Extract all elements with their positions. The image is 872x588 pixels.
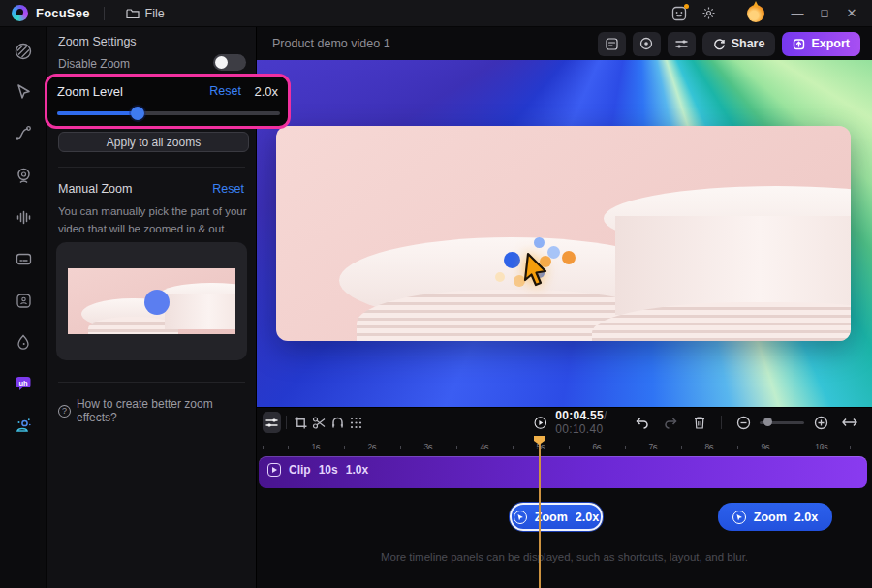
device-frame-icon[interactable]: [13, 290, 34, 311]
apply-to-all-zooms-button[interactable]: Apply to all zooms: [58, 132, 249, 152]
timeline-zoom-out-button[interactable]: [731, 412, 756, 433]
zoom-marker-value: 2.0x: [794, 511, 818, 524]
help-link-label: How to create better zoom effects?: [77, 397, 256, 424]
click-effect-dot: [534, 237, 545, 248]
timeline-adjust-button[interactable]: [263, 412, 281, 433]
focusee-logo-icon: [12, 5, 28, 21]
preview-button[interactable]: [633, 32, 661, 56]
undo-button[interactable]: [629, 412, 654, 433]
background-icon[interactable]: [13, 41, 34, 62]
zoom-level-reset-link[interactable]: Reset: [209, 84, 241, 98]
upgrade-button[interactable]: [744, 4, 767, 23]
titlebar: FocuSee File — ◻ ✕: [0, 0, 872, 27]
color-drop-icon[interactable]: [13, 331, 34, 353]
ruler-label: 3s: [424, 442, 433, 451]
settings-button[interactable]: [697, 4, 720, 23]
redo-button[interactable]: [658, 412, 683, 433]
file-menu[interactable]: File: [118, 4, 172, 23]
cut-button[interactable]: [310, 412, 328, 433]
timeline-panel: 00:04.55/ 00:10.40: [257, 407, 872, 588]
minus-circle-icon: [736, 416, 751, 430]
ruler-ticks: [257, 446, 872, 449]
timeline-zoom-slider[interactable]: [760, 421, 804, 424]
play-button[interactable]: [534, 414, 547, 432]
fit-timeline-button[interactable]: [837, 412, 862, 433]
disable-zoom-toggle[interactable]: [213, 54, 246, 71]
captions-icon[interactable]: [13, 248, 34, 269]
click-effect-dot: [504, 252, 520, 268]
manual-zoom-description: You can manually pick the part of your v…: [58, 203, 247, 238]
clip-track[interactable]: Clip 10s 1.0x: [259, 456, 867, 488]
clip-play-icon: [267, 463, 281, 477]
ruler-label: 6s: [593, 442, 602, 451]
filler-words-icon[interactable]: uh: [13, 373, 34, 394]
clip-label-group: Clip 10s 1.0x: [267, 463, 368, 477]
titlebar-divider: [104, 7, 105, 20]
undo-icon: [635, 417, 649, 429]
zoom-marker-label: Zoom: [754, 511, 787, 524]
time-display: 00:04.55/ 00:10.40: [555, 409, 629, 436]
zoom-marker-icon: [514, 511, 527, 524]
timeline-hint: More timeline panels can be displayed, s…: [257, 551, 872, 563]
help-link[interactable]: ? How to create better zoom effects?: [58, 397, 256, 424]
zoom-marker-1[interactable]: Zoom 2.0x: [510, 503, 603, 531]
click-effect-dot: [562, 251, 576, 264]
maximize-button[interactable]: ◻: [814, 4, 835, 23]
zoom-level-slider[interactable]: [57, 111, 280, 115]
zoom-level-label: Zoom Level: [57, 84, 123, 99]
share-button[interactable]: Share: [702, 32, 776, 56]
titlebar-divider: [732, 7, 732, 20]
ruler-label: 2s: [368, 442, 377, 451]
zoom-marker-2[interactable]: Zoom 2.0x: [718, 503, 832, 531]
zoom-target-dot: [144, 290, 170, 315]
clip-speed: 1.0x: [346, 463, 368, 477]
folder-icon: [126, 8, 140, 19]
time-separator: /: [604, 409, 607, 422]
time-total: 00:10.40: [555, 422, 603, 436]
notes-button[interactable]: [598, 32, 626, 56]
ruler-label: 8s: [705, 442, 714, 451]
notes-icon: [605, 37, 619, 51]
webcam-icon[interactable]: [13, 165, 34, 186]
minimize-button[interactable]: —: [787, 4, 808, 23]
avatar-effects-icon[interactable]: [13, 415, 34, 436]
cursor-pointer-icon: [520, 250, 553, 289]
svg-text:uh: uh: [18, 379, 28, 387]
magnet-snap-button[interactable]: [328, 412, 347, 433]
timeline-zoom-knob[interactable]: [763, 418, 772, 426]
adjust-button[interactable]: [668, 32, 696, 56]
toggle-knob: [215, 56, 228, 69]
crop-icon: [294, 416, 308, 430]
tool-rail: uh: [0, 27, 47, 588]
video-canvas[interactable]: [257, 60, 872, 407]
panel-divider: [58, 382, 245, 383]
clip-duration: 10s: [319, 463, 338, 477]
audio-wave-icon[interactable]: [13, 206, 34, 228]
close-button[interactable]: ✕: [841, 4, 862, 23]
toolbar-divider: [721, 416, 722, 429]
manual-zoom-preview[interactable]: [56, 242, 247, 360]
plus-circle-icon: [814, 416, 828, 430]
export-button[interactable]: Export: [782, 32, 860, 56]
ruler-label: 7s: [649, 442, 658, 451]
ruler-label: 9s: [762, 442, 770, 451]
feedback-button[interactable]: [668, 4, 691, 23]
export-icon: [793, 38, 805, 50]
zoom-marker-icon: [732, 511, 746, 524]
zoom-marker-value: 2.0x: [576, 511, 599, 524]
export-label: Export: [811, 37, 850, 50]
timeline-ruler[interactable]: 1s 2s 3s 4s 5s 6s 7s 8s 9s 10s: [257, 437, 872, 456]
zoom-path-icon[interactable]: [13, 123, 34, 144]
cursor-tool-icon[interactable]: [13, 80, 34, 102]
click-effect-dot: [495, 272, 505, 282]
manual-zoom-reset-link[interactable]: Reset: [212, 182, 244, 196]
delete-button[interactable]: [687, 412, 712, 433]
timeline-zoom-in-button[interactable]: [808, 412, 833, 433]
project-title: Product demo video 1: [272, 37, 390, 50]
sliders-icon: [674, 38, 689, 50]
slider-knob[interactable]: [131, 107, 144, 120]
crop-button[interactable]: [292, 412, 310, 433]
video-frame: [276, 126, 851, 341]
playhead-line[interactable]: [539, 436, 541, 588]
blur-pattern-button[interactable]: [347, 412, 365, 433]
